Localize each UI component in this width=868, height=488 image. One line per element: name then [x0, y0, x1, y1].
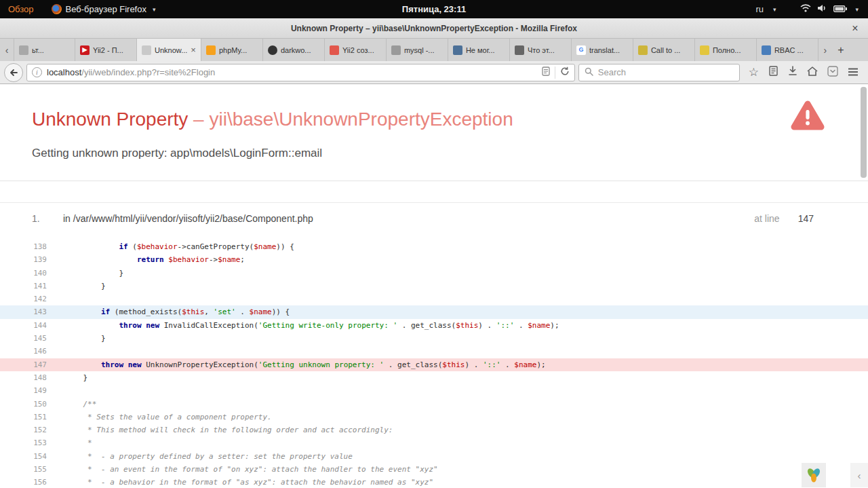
- line-code: }: [47, 280, 106, 293]
- home-icon[interactable]: [807, 67, 818, 79]
- line-number: 152: [0, 424, 47, 436]
- stack-line-number: 147: [798, 213, 814, 224]
- toolbar-actions: ☆: [749, 66, 859, 79]
- line-number: 153: [0, 436, 47, 449]
- pocket-icon[interactable]: [827, 66, 838, 79]
- line-number: 156: [0, 476, 47, 488]
- line-number: 140: [0, 267, 47, 280]
- tab-label: phpMy...: [219, 46, 258, 54]
- line-code: *: [47, 436, 92, 449]
- phpmyadmin-icon: [206, 45, 216, 55]
- line-number: 144: [0, 319, 47, 332]
- tab[interactable]: Что эт...: [510, 39, 572, 61]
- website-icon: [638, 45, 648, 55]
- tab-label: ьт...: [32, 46, 70, 54]
- code-line: 154 * - a property defined by a setter: …: [0, 450, 868, 463]
- warning-triangle-icon: [789, 99, 826, 134]
- new-tab-button[interactable]: +: [832, 39, 850, 61]
- line-code: return $behavior->$name;: [47, 253, 245, 266]
- line-code: /**: [47, 398, 96, 411]
- app-menu-button[interactable]: Веб-браузер Firefox ▾: [52, 4, 156, 14]
- error-message: Getting unknown property: app\models\Log…: [32, 147, 726, 160]
- search-bar[interactable]: [578, 64, 740, 81]
- line-code: [47, 384, 65, 397]
- menu-hamburger-icon[interactable]: [848, 67, 859, 79]
- website-icon: [515, 45, 524, 55]
- tab-label: Что эт...: [528, 46, 566, 54]
- tab[interactable]: Yii2 соз...: [325, 39, 387, 61]
- back-button[interactable]: [4, 63, 23, 82]
- exception-kind: Unknown Property: [32, 109, 188, 130]
- tab[interactable]: mysql -...: [387, 39, 448, 61]
- downloads-icon[interactable]: [788, 66, 797, 79]
- call-stack: 1. in /var/www/html/yii/vendor/yiisoft/y…: [0, 202, 868, 488]
- line-number: 142: [0, 293, 47, 305]
- window-title: Unknown Property – yii\base\UnknownPrope…: [291, 24, 577, 33]
- search-input[interactable]: [598, 67, 734, 77]
- bookmark-star-icon[interactable]: ☆: [749, 67, 759, 78]
- navigation-bar: i localhost/yii/web/index.php?r=site%2Fl…: [0, 61, 868, 84]
- line-code: if ($behavior->canGetProperty($name)) {: [47, 240, 294, 253]
- tab-label: darkwo...: [281, 46, 319, 54]
- tab[interactable]: ьт...: [14, 39, 75, 61]
- firefox-icon: [52, 4, 62, 14]
- line-code: if (method_exists($this, 'set' . $name))…: [47, 305, 290, 318]
- tab-scroll-left-button[interactable]: ‹: [0, 39, 14, 61]
- website-icon: [330, 45, 339, 55]
- tab[interactable]: Полно...: [695, 39, 757, 61]
- yii-logo-button[interactable]: [802, 463, 826, 487]
- exception-class: – yii\base\UnknownPropertyException: [188, 109, 513, 130]
- tab[interactable]: RBAC ...: [757, 39, 818, 61]
- at-line-label: at line: [754, 213, 779, 224]
- line-number: 154: [0, 450, 47, 463]
- line-number: 145: [0, 332, 47, 345]
- code-line: 156 * - a behavior in the format of "as …: [0, 476, 868, 488]
- tab[interactable]: darkwo...: [263, 39, 325, 61]
- tab[interactable]: Не мог...: [448, 39, 510, 61]
- website-icon: [453, 45, 462, 55]
- clock[interactable]: Пятница, 23:11: [402, 4, 466, 14]
- reload-icon[interactable]: [560, 67, 570, 79]
- call-stack-item-header[interactable]: 1. in /var/www/html/yii/vendor/yiisoft/y…: [0, 203, 868, 224]
- tab-scroll-right-button[interactable]: ›: [818, 39, 832, 61]
- line-number: 149: [0, 384, 47, 397]
- line-number: 147: [0, 358, 47, 371]
- line-code: [47, 345, 65, 358]
- line-code: throw new UnknownPropertyException('Gett…: [47, 358, 546, 371]
- tab-label: Полно...: [713, 46, 751, 54]
- activities-button[interactable]: Обзор: [0, 4, 41, 14]
- screen: Обзор Веб-браузер Firefox ▾ Пятница, 23:…: [0, 0, 868, 488]
- tab[interactable]: Call to ...: [633, 39, 695, 61]
- tab[interactable]: ▶Yii2 - П...: [75, 39, 137, 61]
- system-tray[interactable]: ru ▾ ▾: [755, 4, 859, 14]
- yii-logo-icon: [806, 467, 821, 483]
- url-path: /yii/web/index.php?r=site%2Flogin: [81, 67, 215, 77]
- wifi-icon: [800, 4, 811, 14]
- scrollbar-thumb[interactable]: [861, 87, 867, 178]
- site-info-icon[interactable]: i: [32, 67, 42, 77]
- volume-icon: [817, 4, 827, 14]
- tab-active[interactable]: Unknow...×: [137, 39, 201, 61]
- page-scrollbar[interactable]: [861, 84, 867, 488]
- code-line: 138 if ($behavior->canGetProperty($name)…: [0, 240, 868, 253]
- code-line: 151 * Sets the value of a component prop…: [0, 411, 868, 424]
- line-number: 141: [0, 280, 47, 293]
- reader-mode-icon[interactable]: [542, 67, 550, 79]
- chevron-down-icon: ▾: [153, 6, 156, 13]
- keyboard-layout-indicator: ru: [755, 4, 764, 14]
- tab[interactable]: Gtranslat...: [572, 39, 633, 61]
- code-line: 153 *: [0, 436, 868, 449]
- url-text: localhost/yii/web/index.php?r=site%2Flog…: [47, 67, 537, 77]
- window-titlebar: Unknown Property – yii\base\UnknownPrope…: [0, 18, 868, 39]
- tab-close-icon[interactable]: ×: [191, 45, 196, 54]
- window-close-button[interactable]: ×: [848, 23, 862, 34]
- tab[interactable]: phpMy...: [201, 39, 263, 61]
- line-code: * - an event in the format of "on xyz": …: [47, 463, 438, 476]
- line-code: * - a behavior in the format of "as xyz"…: [47, 476, 433, 488]
- bookmarks-menu-icon[interactable]: [768, 66, 778, 79]
- line-number: 150: [0, 398, 47, 411]
- url-bar[interactable]: i localhost/yii/web/index.php?r=site%2Fl…: [26, 64, 575, 81]
- line-code: }: [47, 267, 123, 280]
- page-icon: [19, 45, 28, 55]
- stack-index: 1.: [32, 213, 63, 224]
